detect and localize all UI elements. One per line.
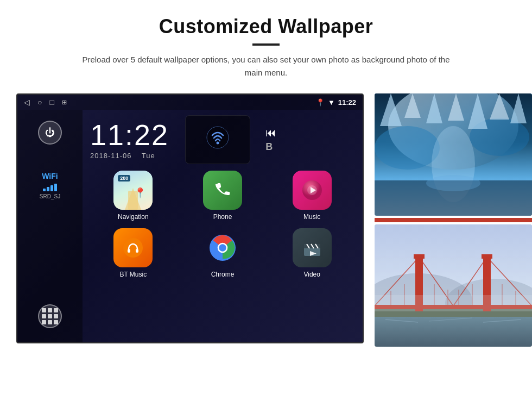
app-phone[interactable]: Phone xyxy=(182,171,264,221)
power-icon: ⏻ xyxy=(45,127,55,139)
page-title: Customized Wallpaper xyxy=(33,15,499,38)
chrome-icon xyxy=(210,235,236,261)
next-letter-button[interactable]: B xyxy=(265,141,276,153)
app-navigation[interactable]: 280 📍 Navigation xyxy=(92,171,174,221)
clock-day-value: Tue xyxy=(142,152,155,160)
back-icon[interactable]: ◁ xyxy=(24,98,30,107)
app-chrome-label: Chrome xyxy=(211,271,235,278)
svg-rect-55 xyxy=(375,295,532,311)
wifi-bar-2 xyxy=(47,187,49,191)
left-sidebar: ⏻ WiFi SRD_SJ xyxy=(17,110,83,343)
wallpaper-thumbnails xyxy=(375,93,532,347)
carsetting-strip xyxy=(375,218,532,222)
clock-date: 2018-11-06 Tue xyxy=(90,152,169,160)
recents-icon[interactable]: □ xyxy=(49,98,54,107)
svg-rect-5 xyxy=(128,249,130,253)
app-grid: 280 📍 Navigation xyxy=(90,171,355,278)
clock-area: 11:22 2018-11-06 Tue xyxy=(90,115,355,164)
app-music[interactable]: Music xyxy=(271,171,353,221)
clock-date-value: 2018-11-06 xyxy=(90,152,132,160)
app-phone-label: Phone xyxy=(213,213,232,221)
media-controls: ⏮ B xyxy=(265,127,276,153)
svg-rect-42 xyxy=(482,254,492,259)
home-icon[interactable]: ○ xyxy=(37,98,42,107)
svg-point-1 xyxy=(217,141,219,144)
wifi-ssid: SRD_SJ xyxy=(40,193,60,199)
page-subtitle: Preload over 5 default wallpaper options… xyxy=(76,53,456,79)
svg-point-9 xyxy=(219,244,226,251)
wifi-bar-3 xyxy=(50,185,53,191)
wifi-bars xyxy=(40,183,60,191)
wallpaper-thumb-1[interactable] xyxy=(375,93,532,216)
content-area: ◁ ○ □ ⊞ 📍 ▼ 11:22 ⏻ xyxy=(0,88,532,347)
prev-track-button[interactable]: ⏮ xyxy=(265,127,276,139)
location-icon: 📍 xyxy=(316,98,325,107)
wifi-bar-1 xyxy=(43,189,46,191)
status-time: 11:22 xyxy=(338,98,356,107)
app-navigation-label: Navigation xyxy=(118,213,149,221)
screen-main: 11:22 2018-11-06 Tue xyxy=(83,110,363,343)
app-btmusic-label: BT Music xyxy=(119,271,147,278)
app-music-label: Music xyxy=(303,213,320,221)
page-container: Customized Wallpaper Preload over 5 defa… xyxy=(0,0,532,347)
svg-rect-6 xyxy=(136,249,138,253)
title-divider xyxy=(252,43,280,46)
app-video[interactable]: Video xyxy=(271,228,353,278)
power-button[interactable]: ⏻ xyxy=(38,121,62,145)
app-chrome[interactable]: Chrome xyxy=(182,228,264,278)
app-video-label: Video xyxy=(303,271,320,278)
status-right: 📍 ▼ 11:22 xyxy=(316,98,356,107)
svg-point-18 xyxy=(375,126,440,170)
svg-rect-41 xyxy=(414,254,425,259)
apps-button[interactable] xyxy=(38,304,62,328)
wifi-label: WiFi xyxy=(40,172,60,180)
wifi-status-icon: ▼ xyxy=(328,98,335,107)
page-header: Customized Wallpaper Preload over 5 defa… xyxy=(0,0,532,88)
svg-rect-33 xyxy=(375,314,532,347)
wifi-widget: WiFi SRD_SJ xyxy=(40,172,60,199)
status-bar: ◁ ○ □ ⊞ 📍 ▼ 11:22 xyxy=(17,95,363,110)
android-screen: ◁ ○ □ ⊞ 📍 ▼ 11:22 ⏻ xyxy=(16,93,364,343)
nav-icons: ◁ ○ □ ⊞ xyxy=(24,98,67,107)
screenshot-icon[interactable]: ⊞ xyxy=(62,99,67,106)
media-icon xyxy=(205,124,231,155)
app-btmusic[interactable]: BT Music xyxy=(92,228,174,278)
media-widget xyxy=(185,115,250,164)
svg-point-0 xyxy=(207,127,229,148)
ice-cave-wallpaper xyxy=(375,93,532,216)
apps-grid-icon xyxy=(42,308,58,324)
clock-widget: 11:22 2018-11-06 Tue xyxy=(90,120,169,160)
wifi-bar-4 xyxy=(54,184,57,191)
svg-point-29 xyxy=(426,175,480,191)
clock-time: 11:22 xyxy=(90,120,169,149)
bridge-wallpaper xyxy=(375,224,532,347)
screen-body: ⏻ WiFi SRD_SJ xyxy=(17,110,363,343)
wallpaper-thumb-2[interactable] xyxy=(375,224,532,347)
